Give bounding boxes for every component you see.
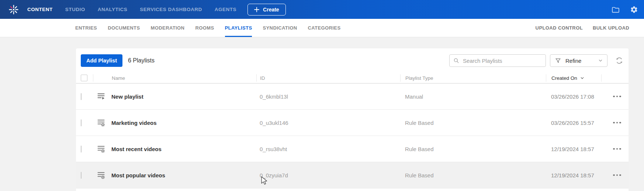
gear-icon[interactable] (630, 6, 638, 14)
header-checkbox-cell (76, 73, 93, 83)
row-checkbox[interactable] (81, 119, 82, 126)
top-nav-analytics[interactable]: ANALYTICS (98, 7, 128, 12)
playlist-created-on: 12/19/2024 18:57 (546, 146, 601, 152)
create-button[interactable]: Create (247, 4, 286, 16)
bulk-upload-link[interactable]: BULK UPLOAD (593, 25, 629, 31)
playlist-id: 0_rsu38vht (256, 146, 400, 152)
row-menu-button[interactable] (612, 146, 622, 152)
toolbar-right: Refine (449, 54, 624, 67)
tab-playlists[interactable]: PLAYLISTS (225, 19, 252, 37)
table-body: New playlist 0_6kmbl13l Manual 03/26/202… (76, 83, 629, 188)
top-nav-content[interactable]: CONTENT (27, 7, 53, 12)
row-name-cell[interactable]: Most recent videos (93, 144, 256, 153)
row-checkbox-cell (76, 93, 93, 100)
table-header: Name ID Playlist Type Created On (76, 73, 629, 83)
content-tabs: ENTRIES DOCUMENTS MODERATION ROOMS PLAYL… (75, 19, 340, 37)
tab-syndication[interactable]: SYNDICATION (263, 19, 297, 37)
playlist-created-on: 12/19/2024 18:57 (546, 172, 601, 178)
playlist-rule-icon (97, 144, 105, 153)
row-actions-cell (601, 172, 629, 178)
sub-nav-links: UPLOAD CONTROL BULK UPLOAD (536, 25, 629, 31)
row-name-cell[interactable]: Most popular videos (93, 171, 256, 180)
row-actions-cell (601, 120, 629, 126)
row-name-cell[interactable]: Marketing videos (93, 118, 256, 127)
playlist-name[interactable]: Marketing videos (111, 120, 157, 126)
refresh-icon[interactable] (615, 56, 624, 65)
top-nav-studio[interactable]: STUDIO (65, 7, 85, 12)
playlist-name[interactable]: Most recent videos (111, 146, 162, 152)
row-menu-button[interactable] (612, 172, 622, 178)
chevron-down-icon (598, 58, 603, 63)
top-nav-agents[interactable]: AGENTS (215, 7, 236, 12)
row-menu-button[interactable] (612, 93, 622, 100)
playlist-type: Rule Based (400, 172, 546, 178)
refine-label: Refine (565, 58, 581, 64)
search-icon (453, 57, 459, 64)
row-checkbox[interactable] (81, 146, 82, 153)
top-nav-services-dashboard[interactable]: SERVICES DASHBOARD (140, 7, 202, 12)
tab-entries[interactable]: ENTRIES (75, 19, 97, 37)
playlists-toolbar: Add Playlist 6 Playlists Refine (76, 48, 629, 73)
top-nav: CONTENT STUDIO ANALYTICS SERVICES DASHBO… (27, 7, 236, 12)
filter-icon (555, 57, 561, 64)
playlist-id: 0_0zyuia7d (256, 172, 400, 178)
search-input[interactable] (462, 57, 542, 64)
column-header-created-on[interactable]: Created On (546, 74, 601, 82)
folder-icon[interactable] (611, 5, 620, 14)
playlist-rule-icon (97, 118, 105, 127)
row-checkbox[interactable] (81, 93, 82, 100)
row-menu-button[interactable] (612, 120, 622, 126)
playlist-id: 0_6kmbl13l (256, 93, 400, 100)
playlist-type: Rule Based (400, 146, 546, 152)
row-checkbox-cell (76, 120, 93, 126)
row-checkbox-cell (76, 172, 93, 178)
top-bar-actions (611, 5, 639, 14)
kaltura-logo-icon[interactable] (8, 4, 19, 15)
playlist-name[interactable]: Most popular videos (111, 172, 165, 178)
column-header-playlist-type: Playlist Type (400, 74, 546, 82)
tab-documents[interactable]: DOCUMENTS (108, 19, 140, 37)
content-sub-nav: ENTRIES DOCUMENTS MODERATION ROOMS PLAYL… (0, 19, 644, 37)
column-header-name: Name (93, 74, 256, 82)
playlists-count: 6 Playlists (128, 57, 155, 64)
playlists-card: Add Playlist 6 Playlists Refine (76, 48, 629, 191)
table-row[interactable]: Most popular videos 0_0zyuia7d Rule Base… (76, 162, 629, 188)
tab-categories[interactable]: CATEGORIES (308, 19, 340, 37)
playlist-name[interactable]: New playlist (111, 93, 143, 100)
table-row[interactable]: Marketing videos 0_u3ukl146 Rule Based 0… (76, 110, 629, 136)
tab-rooms[interactable]: ROOMS (195, 19, 214, 37)
add-playlist-button[interactable]: Add Playlist (81, 54, 122, 67)
playlist-type: Manual (400, 93, 546, 100)
upload-control-link[interactable]: UPLOAD CONTROL (536, 25, 583, 31)
create-button-label: Create (263, 7, 279, 13)
top-app-bar: CONTENT STUDIO ANALYTICS SERVICES DASHBO… (0, 0, 644, 19)
kmc-playlists-screen: CONTENT STUDIO ANALYTICS SERVICES DASHBO… (0, 0, 644, 191)
playlist-manual-icon (97, 92, 105, 101)
row-name-cell[interactable]: New playlist (93, 92, 256, 101)
row-actions-cell (601, 93, 629, 100)
playlist-created-on: 03/26/2026 15:57 (546, 120, 601, 126)
plus-icon (254, 7, 259, 12)
playlist-type: Rule Based (400, 120, 546, 126)
row-checkbox[interactable] (81, 172, 82, 179)
refine-button[interactable]: Refine (550, 54, 607, 67)
playlist-id: 0_u3ukl146 (256, 120, 400, 126)
table-row[interactable]: New playlist 0_6kmbl13l Manual 03/26/202… (76, 83, 629, 110)
select-all-checkbox[interactable] (81, 75, 87, 81)
column-header-actions (601, 74, 629, 82)
row-actions-cell (601, 146, 629, 152)
created-on-label: Created On (551, 75, 577, 81)
playlist-rule-icon (97, 171, 105, 180)
column-header-id: ID (256, 74, 400, 82)
row-checkbox-cell (76, 146, 93, 152)
search-box (449, 54, 546, 67)
table-row[interactable]: Most recent videos 0_rsu38vht Rule Based… (76, 136, 629, 162)
sort-chevron-down-icon[interactable] (580, 76, 584, 80)
playlist-created-on: 03/26/2026 17:08 (546, 93, 601, 100)
tab-moderation[interactable]: MODERATION (151, 19, 185, 37)
